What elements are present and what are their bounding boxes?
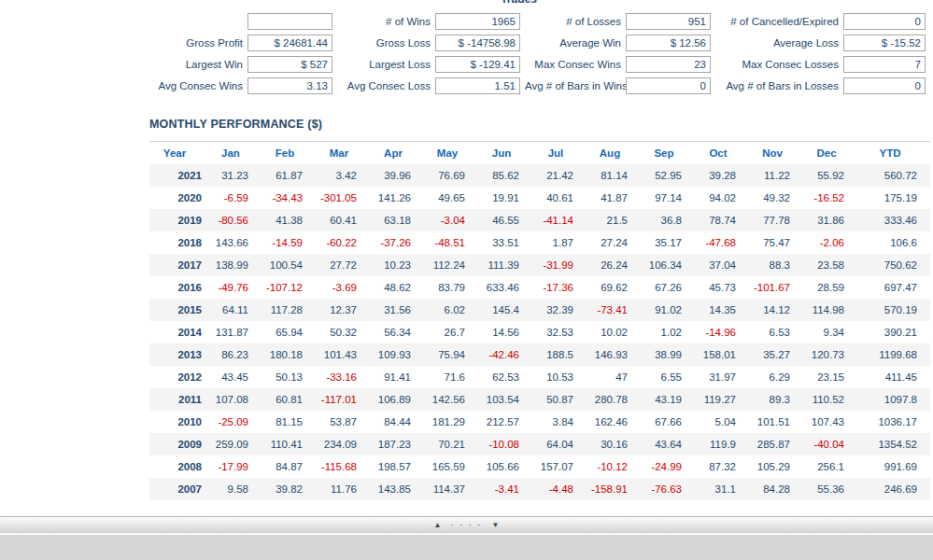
column-header-jan: Jan xyxy=(207,142,262,164)
value-cell: 143.66 xyxy=(207,231,262,254)
stat-label: # of Wins xyxy=(337,13,431,30)
stat-value-field[interactable]: 951 xyxy=(626,13,711,30)
value-cell: 6.02 xyxy=(424,299,478,321)
value-cell: 52.95 xyxy=(641,164,695,187)
value-cell: 234.09 xyxy=(316,433,370,455)
year-cell: 2021 xyxy=(149,164,207,187)
value-cell: -14.96 xyxy=(695,321,749,343)
value-cell: -40.04 xyxy=(803,433,857,455)
table-row: 2018143.66-14.59-60.22-37.26-48.5133.511… xyxy=(149,231,930,254)
value-cell: 390.21 xyxy=(857,321,930,343)
value-cell: 78.74 xyxy=(695,209,749,231)
value-cell: -49.76 xyxy=(207,276,262,299)
value-cell: 84.87 xyxy=(262,455,316,478)
stat-label: Average Win xyxy=(525,35,621,51)
table-row: 2008-17.9984.87-115.68198.57165.59105.66… xyxy=(149,455,930,478)
column-header-feb: Feb xyxy=(262,142,316,164)
stat-value-field[interactable]: $ -15.52 xyxy=(843,35,926,51)
value-cell: 11.76 xyxy=(316,478,370,500)
value-cell: 106.89 xyxy=(370,388,424,411)
value-cell: 94.02 xyxy=(695,187,749,209)
stat-value-field[interactable]: $ 12.56 xyxy=(626,35,711,51)
value-cell: -31.99 xyxy=(532,254,587,276)
value-cell: -37.26 xyxy=(370,231,424,254)
column-header-mar: Mar xyxy=(316,142,370,164)
value-cell: 70.21 xyxy=(424,433,478,455)
value-cell: 6.29 xyxy=(749,366,803,388)
table-row: 20079.5839.8211.76143.85114.37-3.41-4.48… xyxy=(149,478,930,500)
value-cell: 259.09 xyxy=(207,433,262,455)
value-cell: 697.47 xyxy=(857,276,930,299)
stat-value-field[interactable]: 7 xyxy=(843,56,926,73)
value-cell: 9.58 xyxy=(207,478,262,500)
value-cell: -25.09 xyxy=(207,411,262,433)
value-cell: 33.51 xyxy=(478,231,532,254)
value-cell: 10.53 xyxy=(532,366,587,388)
window-background xyxy=(0,535,933,560)
stat-value-field[interactable]: 1.51 xyxy=(435,77,520,94)
value-cell: 101.43 xyxy=(316,343,370,366)
table-row: 2017138.99100.5427.7210.23112.24111.39-3… xyxy=(149,254,930,276)
value-cell: 43.64 xyxy=(641,433,695,455)
value-cell: -24.99 xyxy=(641,455,695,478)
value-cell: 188.5 xyxy=(532,343,587,366)
value-cell: 107.43 xyxy=(803,411,857,433)
value-cell: 9.34 xyxy=(803,321,857,343)
stat-value-field[interactable]: $ 527 xyxy=(247,56,332,73)
value-cell: 41.87 xyxy=(587,187,641,209)
value-cell: 53.87 xyxy=(316,411,370,433)
table-row: 2011107.0860.81-117.01106.89142.56103.54… xyxy=(149,388,930,411)
stat-label: Avg Consec Wins xyxy=(0,77,243,94)
stat-value-field[interactable]: 1965 xyxy=(435,13,520,30)
stat-label: # of Losses xyxy=(525,13,621,30)
stat-value-field[interactable]: $ -129.41 xyxy=(435,56,520,73)
value-cell: 109.93 xyxy=(370,343,424,366)
value-cell: -17.99 xyxy=(207,455,262,478)
column-header-ytd: YTD xyxy=(857,142,930,164)
value-cell: 50.32 xyxy=(316,321,370,343)
table-row: 2016-49.76-107.12-3.6948.6283.79633.46-1… xyxy=(149,276,930,299)
value-cell: 49.32 xyxy=(749,187,803,209)
value-cell: 21.42 xyxy=(532,164,587,187)
value-cell: 141.26 xyxy=(370,187,424,209)
stat-value-field[interactable]: $ 24681.44 xyxy=(247,35,332,51)
stat-value-field[interactable]: 23 xyxy=(626,56,711,73)
value-cell: 110.52 xyxy=(803,388,857,411)
value-cell: 84.28 xyxy=(749,478,803,500)
value-cell: 570.19 xyxy=(857,299,930,321)
value-cell: 23.15 xyxy=(803,366,857,388)
value-cell: -101.67 xyxy=(749,276,803,299)
year-cell: 2018 xyxy=(149,231,207,254)
value-cell: 39.96 xyxy=(370,164,424,187)
value-cell: 39.82 xyxy=(262,478,316,500)
value-cell: 28.59 xyxy=(803,276,857,299)
scroll-down-icon[interactable]: ▼ xyxy=(491,517,499,533)
stat-value-field[interactable]: $ -14758.98 xyxy=(435,35,520,51)
stat-value-field[interactable]: 0 xyxy=(843,77,926,94)
value-cell: -60.22 xyxy=(316,231,370,254)
stat-value-field[interactable]: 0 xyxy=(843,13,926,30)
value-cell: -10.12 xyxy=(587,455,641,478)
column-header-apr: Apr xyxy=(370,142,424,164)
value-cell: 14.12 xyxy=(749,299,803,321)
value-cell: 35.17 xyxy=(641,231,695,254)
stat-value-field[interactable] xyxy=(247,13,332,30)
value-cell: 162.46 xyxy=(587,411,641,433)
table-row: 201386.23180.18101.43109.9375.94-42.4618… xyxy=(149,343,930,366)
table-row: 2010-25.0981.1553.8784.44181.29212.573.8… xyxy=(149,411,930,433)
scroll-up-icon[interactable]: ▲ xyxy=(434,517,442,533)
stat-value-field[interactable]: 3.13 xyxy=(247,77,332,94)
table-row: 2020-6.59-34.43-301.05141.2649.6519.9140… xyxy=(149,187,930,209)
value-cell: -3.69 xyxy=(316,276,370,299)
splitter-drag-dots[interactable]: - - - - xyxy=(451,517,483,533)
value-cell: 40.61 xyxy=(532,187,587,209)
value-cell: 56.34 xyxy=(370,321,424,343)
value-cell: 111.39 xyxy=(478,254,532,276)
stat-value-field[interactable]: 0 xyxy=(626,77,711,94)
value-cell: 145.4 xyxy=(478,299,532,321)
splitter-bar[interactable]: ▲ - - - - ▼ xyxy=(0,516,933,534)
value-cell: -117.01 xyxy=(316,388,370,411)
value-cell: -301.05 xyxy=(316,187,370,209)
value-cell: 119.27 xyxy=(695,388,749,411)
value-cell: 14.35 xyxy=(695,299,749,321)
